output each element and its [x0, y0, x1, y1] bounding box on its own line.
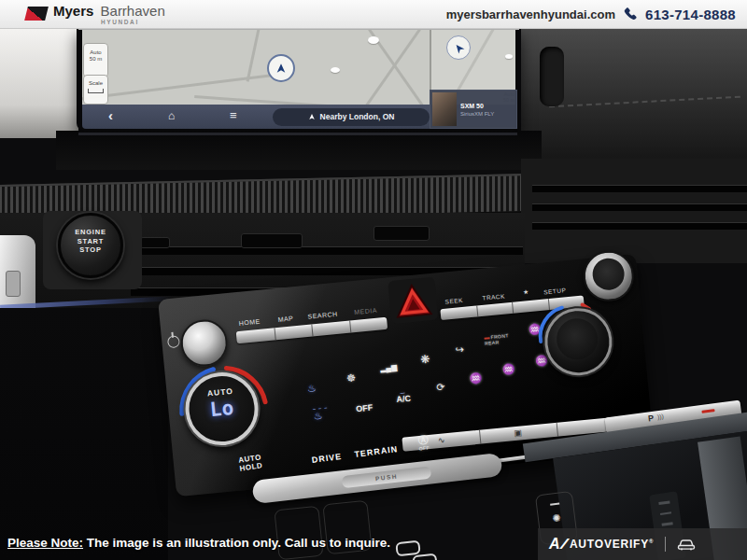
- car-icon: [677, 539, 696, 551]
- dealer-name: Myers Barrhaven: [53, 3, 165, 19]
- map-road: [194, 95, 353, 105]
- parking-sensor-icon: P: [647, 413, 654, 424]
- temp-display: Lo: [189, 395, 256, 424]
- dealer-vehicle-photo-page: Myers Barrhaven HYUNDAI myersbarrhavenhy…: [0, 0, 747, 560]
- map-search-pill: Nearby London, ON: [273, 108, 430, 126]
- autoverify-slashes-icon: ∕∕: [563, 536, 564, 553]
- vent-slat: [532, 203, 747, 211]
- dimmer-dash-icon: [550, 503, 559, 506]
- compass-arrow-icon: [446, 35, 471, 60]
- side-defrost-icon: ♒: [535, 354, 549, 367]
- map-marker: [331, 67, 340, 73]
- parking-sensor-waves-icon: ))): [656, 413, 664, 420]
- camera-icon: ▣: [514, 427, 522, 438]
- rear-defrost-icon: ♒: [501, 363, 515, 376]
- lower-left-shadow: [0, 308, 168, 560]
- badge-divider: [665, 537, 666, 552]
- seat-heat-icon: ♨: [306, 382, 317, 395]
- dealer-contact: myersbarrhavenhyundai.com 613-714-8888: [446, 0, 736, 28]
- bulb-icon: ✺: [552, 511, 562, 524]
- seat-vent-icon: – – –♨: [313, 405, 330, 422]
- dealer-name-secondary: Barrhaven: [101, 3, 165, 19]
- switch-dash-icon: [662, 522, 673, 525]
- ac-label: —A/C: [396, 390, 412, 404]
- dealer-brand: HYUNDAI: [101, 19, 139, 25]
- vent-slat: [532, 222, 747, 230]
- dash-stitching: [549, 96, 740, 108]
- back-icon: ‹: [108, 107, 113, 123]
- engine-button-line1: ENGINE: [61, 228, 120, 237]
- map-road: [247, 30, 261, 82]
- media-station: SXM 50: [460, 103, 494, 109]
- vent-slat: [532, 185, 747, 192]
- map-marker: [505, 54, 513, 59]
- fan-speed-icon: ▂▄▆: [380, 363, 398, 373]
- hazard-triangle-icon: [393, 282, 433, 319]
- disclaimer-text: The image is an illustration only. Call …: [87, 536, 390, 550]
- myers-logo-icon: [24, 7, 49, 21]
- map-marker: [368, 36, 379, 44]
- fan-icon: ❋: [420, 353, 430, 367]
- dash-reflection-line: [78, 133, 517, 135]
- engine-button-line2: START: [61, 237, 120, 246]
- climate-off-label: OFF: [356, 403, 374, 414]
- media-channel: SiriusXM FLY: [460, 111, 494, 117]
- map-scale-button: Scale: [83, 75, 108, 105]
- right-air-vent: [521, 159, 747, 263]
- steering-heat-icon: ☸: [345, 371, 356, 385]
- auto-hold-button: AUTO HOLD: [238, 454, 263, 472]
- map-scale-ruler-icon: [88, 89, 104, 93]
- air-mode-icon: ↪: [455, 343, 464, 357]
- recirculation-icon: ⟳: [436, 381, 445, 394]
- vehicle-position-icon: [267, 54, 295, 82]
- map-auto-label: Auto: [84, 49, 107, 56]
- switch-dash-icon: [658, 500, 669, 504]
- hill-descent-icon: ∿: [437, 435, 444, 445]
- dash-left-highlight: [0, 28, 78, 138]
- map-search-text: Nearby London, ON: [320, 112, 395, 121]
- push-button: PUSH: [342, 466, 432, 488]
- vent-adjuster-tab: [374, 226, 430, 241]
- autoverify-label: AUTOVERIFY®: [570, 538, 654, 551]
- album-art: [432, 92, 457, 126]
- home-icon: ⌂: [168, 109, 175, 122]
- menu-icon: ≡: [230, 108, 237, 122]
- vent-adjuster-tab: [241, 233, 303, 248]
- map-auto-zoom-button: Auto 50 m: [83, 43, 108, 77]
- hazard-button: [388, 277, 438, 325]
- disclaimer-label: Please Note:: [7, 536, 83, 550]
- vent-slat: [131, 246, 523, 255]
- usb-c-port-icon: [395, 540, 420, 557]
- parking-sensor-led: [701, 409, 714, 413]
- map-scale-label: Scale: [84, 80, 107, 87]
- map-road: [82, 74, 272, 101]
- console-button: [274, 506, 323, 560]
- favorite-star-key-label: ★: [523, 288, 530, 297]
- autoverify-a-icon: A: [549, 536, 560, 553]
- autoverify-badge[interactable]: A ∕∕ AUTOVERIFY®: [538, 528, 747, 560]
- tune-knob-cap: [591, 257, 626, 291]
- windshield-defrost-icon: ♒: [469, 371, 483, 385]
- vent-adjuster-tab: [140, 237, 170, 248]
- switch-dash-icon: [660, 511, 671, 515]
- dash-shadow-band: [56, 131, 542, 170]
- dealer-header-bar: Myers Barrhaven HYUNDAI myersbarrhavenhy…: [0, 0, 747, 29]
- engine-button-line3: STOP: [61, 245, 120, 255]
- dealer-name-primary: Myers: [53, 3, 93, 19]
- now-playing-widget: SXM 50 SiriusXM FLY: [430, 90, 517, 129]
- dash-trim-recess: [540, 47, 564, 106]
- map-auto-value: 50 m: [84, 56, 107, 63]
- passenger-temp-knob-cap: [555, 316, 599, 361]
- phone-icon: [623, 7, 638, 21]
- disclaimer-note: Please Note: The image is an illustratio…: [7, 536, 390, 550]
- dash-right-leather: [521, 28, 747, 161]
- dealer-phone-link[interactable]: 613-714-8888: [645, 7, 736, 22]
- vehicle-interior-photo: Auto 50 m Scale Auto 50 m: [0, 28, 747, 560]
- dealer-website-link[interactable]: myersbarrhavenhyundai.com: [446, 7, 615, 21]
- engine-start-stop-button: ENGINE START STOP: [58, 213, 123, 278]
- left-trim-notch: [6, 271, 21, 297]
- push-label: PUSH: [375, 473, 399, 483]
- registered-mark: ®: [649, 539, 654, 544]
- nav-arrow-icon: [308, 113, 316, 120]
